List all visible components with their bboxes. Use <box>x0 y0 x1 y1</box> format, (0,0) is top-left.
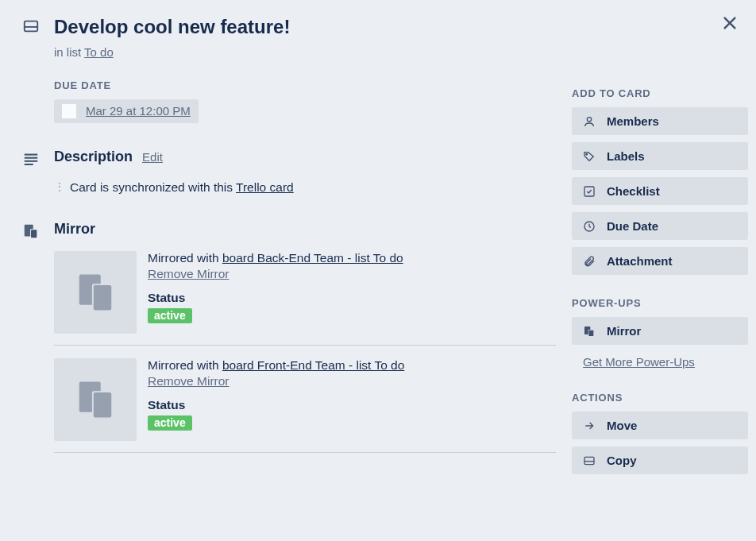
svg-rect-21 <box>588 330 593 335</box>
copy-button[interactable]: Copy <box>572 446 748 474</box>
labels-button[interactable]: Labels <box>572 142 748 170</box>
in-list-text: in list To do <box>54 45 556 59</box>
remove-mirror-link[interactable]: Remove Mirror <box>148 267 229 281</box>
due-date-button[interactable]: Due Date <box>572 212 748 240</box>
mirror-icon <box>22 222 40 240</box>
trello-card-link[interactable]: Trello card <box>236 180 294 194</box>
svg-rect-5 <box>25 164 33 165</box>
divider <box>54 452 556 453</box>
mirror-status-label: Status <box>148 291 556 305</box>
mirror-item: Mirrored with board Back-End Team - list… <box>54 251 556 334</box>
get-more-powerups-link[interactable]: Get More Power-Ups <box>583 355 695 369</box>
members-icon <box>583 115 596 128</box>
copy-icon <box>583 454 596 467</box>
card-icon <box>22 17 40 35</box>
arrow-right-icon <box>583 419 596 432</box>
mirror-thumbnail[interactable] <box>54 251 137 334</box>
add-to-card-label: ADD TO CARD <box>572 87 748 99</box>
divider <box>54 345 556 346</box>
mirror-thumbnail[interactable] <box>54 358 137 441</box>
status-badge: active <box>148 415 192 431</box>
svg-rect-14 <box>94 392 112 418</box>
due-date-pill[interactable]: Mar 29 at 12:00 PM <box>54 99 199 123</box>
svg-rect-3 <box>25 157 38 159</box>
mirror-placeholder-icon <box>74 378 117 421</box>
mirror-icon <box>583 325 596 338</box>
svg-point-16 <box>586 153 588 155</box>
remove-mirror-link[interactable]: Remove Mirror <box>148 374 229 388</box>
drag-handle-icon: ⋮ <box>54 180 65 195</box>
svg-rect-11 <box>94 285 112 311</box>
checklist-icon <box>583 185 596 198</box>
description-heading: Description <box>54 149 133 165</box>
list-link[interactable]: To do <box>84 45 114 59</box>
mirror-status-label: Status <box>148 398 556 412</box>
mirror-target-link[interactable]: board Back-End Team - list To do <box>222 251 403 265</box>
mirror-placeholder-icon <box>74 271 117 314</box>
edit-description-link[interactable]: Edit <box>142 150 163 164</box>
clock-icon <box>583 220 596 233</box>
actions-label: ACTIONS <box>572 392 748 404</box>
description-icon <box>22 150 40 168</box>
mirror-target-link[interactable]: board Front-End Team - list To do <box>222 358 404 372</box>
due-date-checkbox[interactable] <box>62 104 76 118</box>
labels-icon <box>583 150 596 163</box>
members-button[interactable]: Members <box>572 107 748 135</box>
power-ups-label: POWER-UPS <box>572 297 748 309</box>
close-icon <box>721 14 739 32</box>
mirror-item: Mirrored with board Front-End Team - lis… <box>54 358 556 441</box>
svg-rect-2 <box>25 153 38 155</box>
svg-point-15 <box>587 117 591 121</box>
due-date-label: DUE DATE <box>54 79 556 91</box>
svg-rect-8 <box>31 230 37 238</box>
description-body: ⋮ Card is synchronized with this Trello … <box>54 179 556 196</box>
svg-rect-17 <box>584 187 594 196</box>
svg-rect-4 <box>25 160 38 162</box>
checklist-button[interactable]: Checklist <box>572 177 748 205</box>
mirror-powerup-button[interactable]: Mirror <box>572 317 748 345</box>
move-button[interactable]: Move <box>572 412 748 439</box>
status-badge: active <box>148 308 192 323</box>
card-title: Develop cool new feature! <box>54 16 556 39</box>
due-date-text: Mar 29 at 12:00 PM <box>86 104 191 118</box>
mirror-heading: Mirror <box>54 221 95 237</box>
attachment-button[interactable]: Attachment <box>572 247 748 275</box>
attachment-icon <box>583 255 596 268</box>
close-button[interactable] <box>721 14 739 35</box>
